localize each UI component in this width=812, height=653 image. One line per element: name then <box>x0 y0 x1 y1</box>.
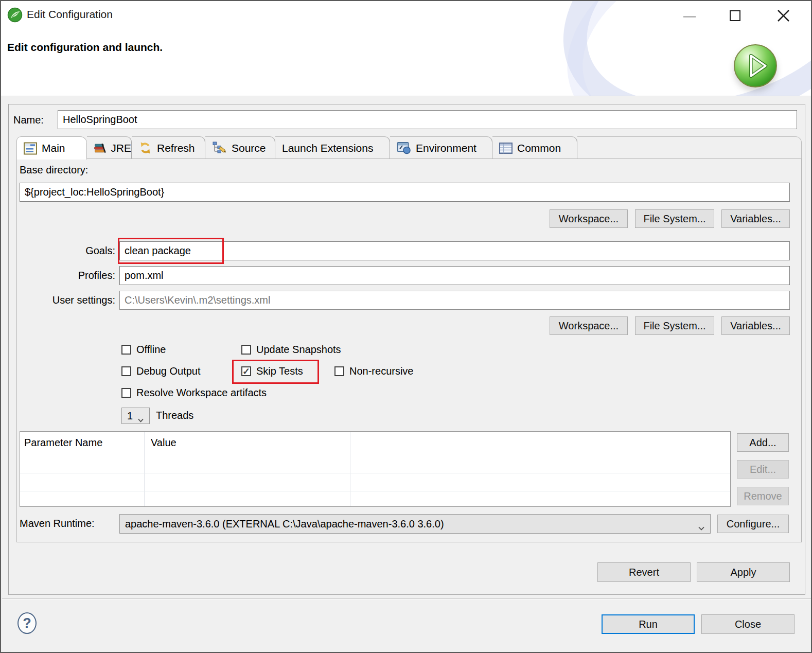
name-input[interactable]: HelloSpringBoot <box>58 110 797 129</box>
tab-label: Launch Extensions <box>282 142 373 154</box>
table-icon <box>499 142 513 154</box>
goals-input[interactable]: clean package <box>119 241 790 260</box>
profiles-input[interactable]: pom.xml <box>119 266 790 285</box>
revert-button[interactable]: Revert <box>597 562 691 582</box>
add-parameter-button[interactable]: Add... <box>737 433 789 452</box>
chevron-down-icon <box>121 408 144 424</box>
non-recursive-label: Non-recursive <box>349 365 413 377</box>
help-button[interactable]: ? <box>17 612 37 634</box>
threads-select[interactable]: 1 <box>121 408 150 424</box>
tab-label: Environment <box>416 142 476 154</box>
debug-output-checkbox[interactable] <box>121 366 131 376</box>
row-divider <box>20 473 730 473</box>
source-tree-icon <box>212 141 227 155</box>
minimize-icon <box>683 16 696 17</box>
update-snapshots-checkbox[interactable] <box>241 345 251 355</box>
tab-header-border <box>577 136 802 159</box>
parameters-table[interactable]: Parameter Name Value <box>20 431 731 507</box>
tab-main[interactable]: Main <box>16 136 87 160</box>
parameter-name-column-header: Parameter Name <box>24 437 102 449</box>
maximize-button[interactable] <box>723 4 746 27</box>
skip-tests-label: Skip Tests <box>256 365 303 377</box>
offline-checkbox[interactable] <box>121 345 131 355</box>
goals-label: Goals: <box>52 245 115 257</box>
tab-source[interactable]: Source <box>205 136 275 159</box>
user-settings-input[interactable]: C:\Users\Kevin\.m2\settings.xml <box>119 291 790 310</box>
base-directory-input[interactable]: ${project_loc:HelloSpringBoot} <box>20 183 790 202</box>
close-button[interactable]: Close <box>701 614 795 634</box>
workspace-button[interactable]: Workspace... <box>550 209 628 228</box>
dialog-message: Edit configuration and launch. <box>7 41 163 54</box>
environment-icon <box>397 142 411 154</box>
tab-launch-extensions[interactable]: Launch Extensions <box>275 136 390 159</box>
tab-refresh[interactable]: Refresh <box>132 136 205 159</box>
tab-label: Common <box>517 142 561 154</box>
maven-runtime-value: apache-maven-3.6.0 (EXTERNAL C:\Java\apa… <box>125 518 444 530</box>
edit-parameter-button: Edit... <box>737 460 789 479</box>
question-mark-icon: ? <box>23 615 31 631</box>
form-icon <box>24 142 37 155</box>
column-divider <box>350 432 350 506</box>
column-divider <box>144 432 145 506</box>
maven-runtime-label: Maven Runtime: <box>20 518 95 530</box>
spring-leaf-icon <box>7 7 23 25</box>
skip-tests-checkbox[interactable]: ✓ <box>241 366 251 376</box>
remove-parameter-button: Remove <box>737 487 789 505</box>
jre-library-icon <box>94 142 106 154</box>
tab-environment[interactable]: Environment <box>390 136 492 159</box>
file-system-button-2[interactable]: File System... <box>635 316 714 335</box>
run-configuration-icon <box>734 44 777 87</box>
tab-label: JRE <box>111 142 131 154</box>
checkmark-icon: ✓ <box>242 367 250 376</box>
tab-jre[interactable]: JRE <box>87 136 132 159</box>
tab-common[interactable]: Common <box>492 136 577 159</box>
edit-configuration-dialog: Edit Configuration Edit configuration an… <box>0 0 812 653</box>
dialog-header: Edit Configuration Edit configuration an… <box>1 1 811 96</box>
base-directory-label: Base directory: <box>20 164 88 176</box>
name-label: Name: <box>13 114 44 126</box>
update-snapshots-label: Update Snapshots <box>256 344 341 356</box>
chevron-down-icon <box>681 514 705 534</box>
threads-label: Threads <box>156 410 193 421</box>
offline-label: Offline <box>136 344 166 356</box>
value-column-header: Value <box>151 437 176 449</box>
maximize-icon <box>730 10 740 21</box>
tab-label: Source <box>232 142 266 154</box>
resolve-workspace-artifacts-checkbox[interactable] <box>121 388 131 398</box>
user-settings-label: User settings: <box>32 294 115 306</box>
apply-button[interactable]: Apply <box>697 562 790 582</box>
file-system-button[interactable]: File System... <box>635 209 714 228</box>
run-button[interactable]: Run <box>602 614 695 634</box>
maven-runtime-select[interactable]: apache-maven-3.6.0 (EXTERNAL C:\Java\apa… <box>119 514 711 534</box>
window-title: Edit Configuration <box>27 8 113 21</box>
close-window-button[interactable] <box>772 4 795 27</box>
debug-output-label: Debug Output <box>136 365 201 377</box>
footer-separator <box>2 598 811 599</box>
variables-button[interactable]: Variables... <box>721 209 790 228</box>
close-icon <box>776 9 790 23</box>
non-recursive-checkbox[interactable] <box>334 366 344 376</box>
workspace-button-2[interactable]: Workspace... <box>550 316 628 335</box>
refresh-icon <box>138 141 152 155</box>
variables-button-2[interactable]: Variables... <box>721 316 790 335</box>
tab-label: Main <box>42 142 65 154</box>
profiles-label: Profiles: <box>52 270 115 281</box>
row-divider <box>20 491 730 491</box>
minimize-button[interactable] <box>678 5 701 28</box>
configure-button[interactable]: Configure... <box>717 515 789 533</box>
resolve-workspace-artifacts-label: Resolve Workspace artifacts <box>136 387 267 399</box>
tab-label: Refresh <box>157 142 195 154</box>
